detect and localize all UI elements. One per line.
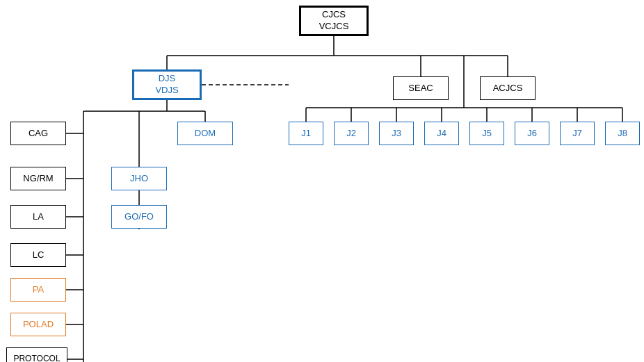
djs-node: DJS VDJS bbox=[132, 69, 202, 100]
pa-node: PA bbox=[10, 278, 66, 302]
j7-node: J7 bbox=[560, 122, 595, 145]
polad-node: POLAD bbox=[10, 313, 66, 336]
jho-node: JHO bbox=[111, 167, 167, 190]
la-node: LA bbox=[10, 205, 66, 229]
connector-lines bbox=[0, 0, 644, 362]
j8-node: J8 bbox=[605, 122, 640, 145]
j2-node: J2 bbox=[334, 122, 369, 145]
j4-node: J4 bbox=[424, 122, 459, 145]
org-chart: CJCS VCJCS DJS VDJS SEAC ACJCS DOM J1 J2… bbox=[0, 0, 644, 362]
lc-node: LC bbox=[10, 243, 66, 267]
cjcs-node: CJCS VCJCS bbox=[299, 6, 369, 36]
j3-node: J3 bbox=[379, 122, 414, 145]
ngrm-node: NG/RM bbox=[10, 167, 66, 190]
j6-node: J6 bbox=[515, 122, 549, 145]
gofo-node: GO/FO bbox=[111, 205, 167, 229]
protocol-node: PROTOCOL bbox=[6, 347, 67, 362]
j5-node: J5 bbox=[469, 122, 504, 145]
dom-node: DOM bbox=[177, 122, 233, 145]
acjcs-node: ACJCS bbox=[480, 76, 536, 100]
cag-node: CAG bbox=[10, 122, 66, 145]
seac-node: SEAC bbox=[393, 76, 449, 100]
j1-node: J1 bbox=[289, 122, 323, 145]
